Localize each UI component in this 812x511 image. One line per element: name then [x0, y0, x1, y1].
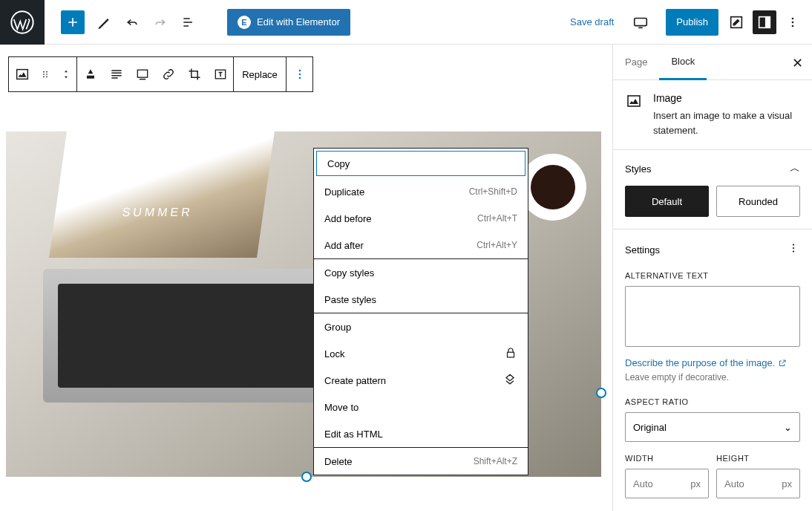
svg-point-7	[792, 25, 794, 27]
block-info: Image Insert an image to make a visual s…	[613, 80, 812, 149]
menu-group[interactable]: Group	[314, 313, 528, 340]
move-icon[interactable]	[56, 57, 76, 91]
image-content	[520, 154, 586, 221]
image-icon	[625, 92, 643, 110]
aspect-ratio-select[interactable]: Original ⌄	[625, 412, 800, 442]
wordpress-logo[interactable]	[0, 0, 45, 45]
external-link-icon	[778, 359, 787, 368]
svg-point-10	[46, 71, 48, 73]
alt-text-label: ALTERNATIVE TEXT	[625, 271, 800, 280]
drag-handle-icon[interactable]	[35, 57, 56, 91]
preview-icon[interactable]	[724, 10, 748, 34]
svg-point-9	[43, 71, 45, 73]
svg-rect-8	[16, 70, 27, 79]
menu-move-to[interactable]: Move to	[314, 394, 528, 420]
settings-title: Settings	[625, 244, 660, 256]
elementor-icon: E	[238, 16, 251, 29]
menu-paste-styles[interactable]: Paste styles	[314, 286, 528, 313]
svg-rect-1	[635, 18, 647, 25]
svg-point-14	[46, 76, 48, 77]
block-options-kebab[interactable]	[287, 57, 312, 91]
height-label: HEIGHT	[716, 454, 800, 463]
menu-add-before[interactable]: Add beforeCtrl+Alt+T	[314, 205, 528, 232]
block-title: Image	[653, 92, 800, 104]
close-sidebar-icon[interactable]: ✕	[792, 55, 803, 71]
menu-create-pattern[interactable]: Create pattern	[314, 367, 528, 394]
alt-text-input[interactable]	[625, 286, 800, 347]
options-kebab[interactable]	[781, 10, 805, 34]
style-rounded-button[interactable]: Rounded	[716, 186, 800, 217]
svg-point-11	[43, 74, 45, 75]
save-draft-link[interactable]: Save draft	[570, 16, 614, 27]
width-label: WIDTH	[625, 454, 709, 463]
lock-icon	[504, 346, 517, 362]
height-input[interactable]: Auto px	[716, 469, 800, 498]
alt-help-text: Leave empty if decorative.	[625, 372, 800, 383]
align-icon[interactable]	[77, 57, 103, 91]
svg-point-18	[298, 74, 301, 76]
svg-point-13	[43, 76, 45, 77]
style-default-button[interactable]: Default	[625, 186, 709, 217]
svg-rect-20	[508, 352, 514, 357]
svg-rect-4	[765, 16, 770, 27]
menu-lock[interactable]: Lock	[314, 340, 528, 367]
svg-rect-15	[137, 70, 147, 77]
crop-icon[interactable]	[181, 57, 207, 91]
svg-point-24	[793, 250, 794, 252]
editor-top-bar: E Edit with Elementor Save draft Publish	[0, 0, 812, 45]
aspect-ratio-label: ASPECT RATIO	[625, 397, 800, 406]
sidebar-tabs: Page Block ✕	[613, 45, 812, 80]
styles-toggle[interactable]: Styles ︿	[625, 162, 800, 175]
link-icon[interactable]	[155, 57, 181, 91]
tools-icon[interactable]	[92, 10, 116, 34]
text-overlay-icon[interactable]	[207, 57, 233, 91]
document-overview-icon[interactable]	[177, 10, 200, 34]
editor-canvas: Replace SUMMER Copy DuplicateCtrl+Shift+…	[0, 45, 612, 511]
svg-point-6	[792, 21, 794, 23]
svg-point-12	[46, 74, 48, 75]
settings-section: Settings ALTERNATIVE TEXT Describe the p…	[613, 229, 812, 510]
svg-point-19	[298, 77, 301, 79]
replace-button[interactable]: Replace	[234, 57, 286, 91]
redo-icon[interactable]	[148, 10, 172, 34]
pattern-icon	[502, 372, 517, 389]
tab-block[interactable]: Block	[659, 45, 707, 80]
preview-viewport-icon[interactable]	[629, 10, 652, 34]
block-context-menu: Copy DuplicateCtrl+Shift+D Add beforeCtr…	[313, 148, 528, 475]
undo-icon[interactable]	[120, 10, 144, 34]
menu-delete[interactable]: DeleteShift+Alt+Z	[314, 448, 528, 475]
svg-point-23	[793, 247, 794, 249]
block-toolbar: Replace	[8, 56, 313, 92]
menu-copy-styles[interactable]: Copy styles	[314, 259, 528, 286]
svg-point-5	[792, 17, 794, 19]
svg-point-22	[793, 244, 794, 245]
settings-sidebar-toggle[interactable]	[753, 10, 776, 34]
menu-add-after[interactable]: Add afterCtrl+Alt+Y	[314, 232, 528, 258]
image-content: SUMMER	[49, 131, 275, 258]
block-type-icon[interactable]	[9, 57, 35, 91]
menu-copy[interactable]: Copy	[316, 151, 525, 176]
alt-help-link[interactable]: Describe the purpose of the image.	[625, 357, 787, 368]
block-description: Insert an image to make a visual stateme…	[653, 108, 800, 137]
resize-handle-right[interactable]	[596, 388, 606, 398]
width-input[interactable]: Auto px	[625, 469, 709, 498]
text-align-icon[interactable]	[103, 57, 129, 91]
edit-elementor-button[interactable]: E Edit with Elementor	[227, 9, 350, 36]
svg-rect-21	[628, 96, 640, 106]
caption-icon[interactable]	[129, 57, 155, 91]
menu-duplicate[interactable]: DuplicateCtrl+Shift+D	[314, 178, 528, 205]
add-block-button[interactable]	[61, 10, 85, 34]
settings-sidebar: Page Block ✕ Image Insert an image to ma…	[612, 45, 812, 511]
chevron-up-icon: ︿	[790, 162, 800, 175]
tab-page[interactable]: Page	[613, 45, 659, 80]
resize-handle-bottom[interactable]	[301, 472, 312, 482]
menu-edit-html[interactable]: Edit as HTML	[314, 420, 528, 447]
chevron-down-icon: ⌄	[784, 422, 792, 433]
settings-kebab[interactable]	[787, 241, 800, 258]
styles-section: Styles ︿ Default Rounded	[613, 149, 812, 229]
publish-button[interactable]: Publish	[666, 9, 718, 36]
svg-point-17	[298, 70, 301, 72]
